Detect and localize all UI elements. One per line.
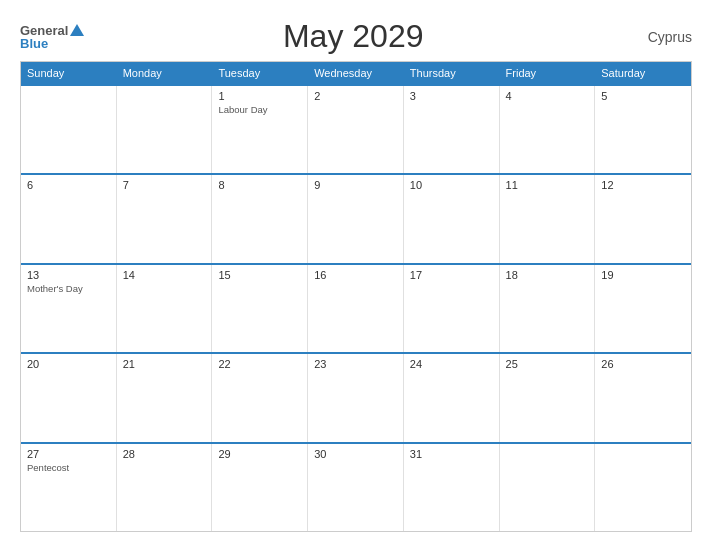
day-number: 11: [506, 179, 589, 191]
calendar-cell: 10: [404, 175, 500, 262]
day-number: 18: [506, 269, 589, 281]
header-cell-tuesday: Tuesday: [212, 62, 308, 84]
calendar-week-2: 6789101112: [21, 173, 691, 262]
day-number: 15: [218, 269, 301, 281]
calendar-cell: [500, 444, 596, 531]
calendar-cell: 2: [308, 86, 404, 173]
calendar-cell: 23: [308, 354, 404, 441]
calendar-cell: 14: [117, 265, 213, 352]
calendar-cell: 15: [212, 265, 308, 352]
page-title: May 2029: [84, 18, 622, 55]
calendar-cell: 27Pentecost: [21, 444, 117, 531]
day-event: Labour Day: [218, 104, 301, 116]
calendar-cell: 16: [308, 265, 404, 352]
day-number: 31: [410, 448, 493, 460]
day-number: 12: [601, 179, 685, 191]
calendar-cell: 13Mother's Day: [21, 265, 117, 352]
calendar-cell: 19: [595, 265, 691, 352]
calendar-cell: 11: [500, 175, 596, 262]
day-number: 10: [410, 179, 493, 191]
day-number: 13: [27, 269, 110, 281]
day-number: 23: [314, 358, 397, 370]
calendar-cell: 28: [117, 444, 213, 531]
day-number: 6: [27, 179, 110, 191]
header-cell-wednesday: Wednesday: [308, 62, 404, 84]
calendar: SundayMondayTuesdayWednesdayThursdayFrid…: [20, 61, 692, 532]
day-number: 9: [314, 179, 397, 191]
calendar-cell: 24: [404, 354, 500, 441]
calendar-week-5: 27Pentecost28293031: [21, 442, 691, 531]
day-number: 1: [218, 90, 301, 102]
day-number: 27: [27, 448, 110, 460]
header-cell-sunday: Sunday: [21, 62, 117, 84]
country-label: Cyprus: [622, 29, 692, 45]
calendar-cell: 18: [500, 265, 596, 352]
calendar-cell: 17: [404, 265, 500, 352]
calendar-cell: 22: [212, 354, 308, 441]
calendar-cell: [21, 86, 117, 173]
calendar-cell: 4: [500, 86, 596, 173]
day-number: 19: [601, 269, 685, 281]
calendar-cell: 3: [404, 86, 500, 173]
calendar-cell: 6: [21, 175, 117, 262]
day-number: 8: [218, 179, 301, 191]
day-number: 30: [314, 448, 397, 460]
top-bar: General Blue May 2029 Cyprus: [20, 18, 692, 55]
calendar-cell: 7: [117, 175, 213, 262]
day-event: Mother's Day: [27, 283, 110, 295]
header-cell-saturday: Saturday: [595, 62, 691, 84]
day-number: 25: [506, 358, 589, 370]
day-number: 21: [123, 358, 206, 370]
logo-blue: Blue: [20, 37, 48, 50]
calendar-body: 1Labour Day2345678910111213Mother's Day1…: [21, 84, 691, 531]
calendar-week-4: 20212223242526: [21, 352, 691, 441]
calendar-cell: 5: [595, 86, 691, 173]
calendar-cell: 9: [308, 175, 404, 262]
calendar-cell: 29: [212, 444, 308, 531]
day-number: 5: [601, 90, 685, 102]
header-cell-monday: Monday: [117, 62, 213, 84]
day-number: 3: [410, 90, 493, 102]
calendar-cell: 30: [308, 444, 404, 531]
day-number: 24: [410, 358, 493, 370]
logo-triangle-icon: [70, 24, 84, 36]
day-number: 4: [506, 90, 589, 102]
day-number: 22: [218, 358, 301, 370]
calendar-week-3: 13Mother's Day141516171819: [21, 263, 691, 352]
header-cell-thursday: Thursday: [404, 62, 500, 84]
day-number: 14: [123, 269, 206, 281]
calendar-cell: 21: [117, 354, 213, 441]
day-number: 2: [314, 90, 397, 102]
day-number: 16: [314, 269, 397, 281]
day-number: 17: [410, 269, 493, 281]
day-number: 20: [27, 358, 110, 370]
calendar-cell: [117, 86, 213, 173]
header-cell-friday: Friday: [500, 62, 596, 84]
calendar-cell: 31: [404, 444, 500, 531]
calendar-week-1: 1Labour Day2345: [21, 84, 691, 173]
logo-general: General: [20, 24, 68, 37]
calendar-cell: 25: [500, 354, 596, 441]
calendar-cell: 12: [595, 175, 691, 262]
calendar-cell: [595, 444, 691, 531]
calendar-cell: 26: [595, 354, 691, 441]
calendar-cell: 20: [21, 354, 117, 441]
calendar-cell: 8: [212, 175, 308, 262]
calendar-cell: 1Labour Day: [212, 86, 308, 173]
day-event: Pentecost: [27, 462, 110, 474]
day-number: 26: [601, 358, 685, 370]
day-number: 29: [218, 448, 301, 460]
day-number: 7: [123, 179, 206, 191]
logo: General Blue: [20, 24, 84, 50]
day-number: 28: [123, 448, 206, 460]
calendar-header: SundayMondayTuesdayWednesdayThursdayFrid…: [21, 62, 691, 84]
